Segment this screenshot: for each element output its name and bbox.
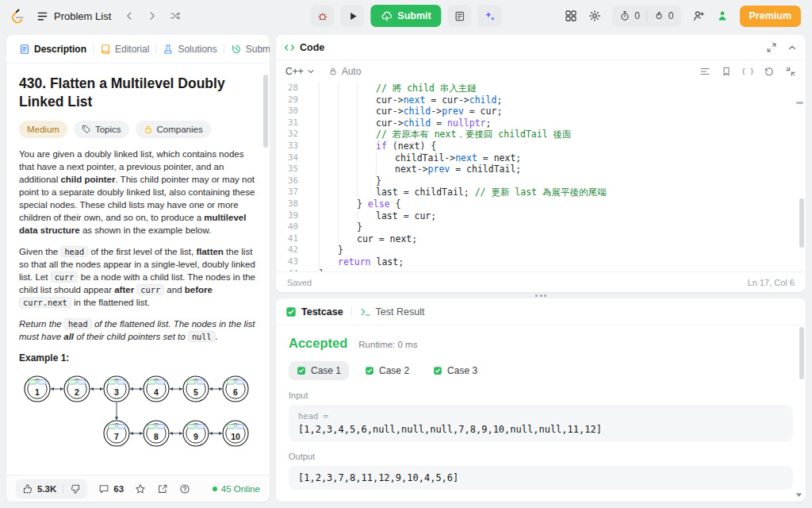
code-tab[interactable]: Code bbox=[284, 42, 324, 53]
settings-button[interactable] bbox=[588, 10, 601, 22]
run-button[interactable] bbox=[340, 5, 364, 27]
dislike-button[interactable] bbox=[70, 483, 81, 495]
topics-label: Topics bbox=[95, 125, 121, 134]
submit-button[interactable]: Submit bbox=[370, 5, 441, 27]
tab-editorial[interactable]: Editorial bbox=[94, 35, 155, 63]
braces-icon[interactable]: { } bbox=[742, 66, 753, 77]
line-number: 43 bbox=[276, 256, 311, 268]
code-line: 40} bbox=[276, 221, 799, 233]
random-problem-button[interactable] bbox=[170, 10, 181, 21]
input-value[interactable]: [1,2,3,4,5,6,null,null,null,7,8,9,10,nul… bbox=[298, 424, 783, 435]
collapse-panel-icon[interactable] bbox=[787, 42, 798, 53]
problem-list-button[interactable]: Problem List bbox=[36, 10, 111, 22]
tab-solutions[interactable]: Solutions bbox=[156, 35, 223, 63]
svg-text:7: 7 bbox=[114, 432, 119, 441]
timer-button[interactable]: 0 bbox=[619, 10, 640, 21]
topics-badge[interactable]: Topics bbox=[74, 121, 129, 138]
overview-ruler-mark bbox=[796, 102, 803, 104]
code-line: 38} else { bbox=[276, 198, 799, 210]
tab-test-result[interactable]: Test Result bbox=[360, 306, 425, 318]
case-1-button[interactable]: Case 1 bbox=[289, 361, 349, 380]
input-box[interactable]: head = [1,2,3,4,5,6,null,null,null,7,8,9… bbox=[289, 405, 793, 441]
case-label: Case 1 bbox=[311, 365, 341, 376]
leetcode-logo[interactable] bbox=[10, 8, 26, 25]
bookmark-icon[interactable] bbox=[721, 66, 732, 77]
streak-button[interactable]: 0 bbox=[653, 10, 674, 21]
companies-badge[interactable]: Companies bbox=[136, 121, 211, 138]
next-problem-button[interactable] bbox=[147, 10, 158, 21]
code-line: 30cur->child->prev = cur; bbox=[276, 106, 799, 117]
profile-button[interactable] bbox=[716, 10, 729, 22]
like-count: 5.3K bbox=[37, 484, 56, 494]
line-number: 42 bbox=[276, 244, 311, 256]
scroll-down-icon[interactable] bbox=[794, 490, 804, 500]
runtime-label: Runtime: 0 ms bbox=[358, 340, 417, 349]
problem-panel: DescriptionEditorialSolutionsSubmissions… bbox=[6, 35, 270, 502]
comment-count: 63 bbox=[113, 484, 124, 494]
user-plus-icon bbox=[692, 10, 705, 22]
ai-assistant-button[interactable] bbox=[478, 5, 502, 27]
editor-toolbar-icons: { } bbox=[699, 66, 796, 77]
leetcode-logo-icon bbox=[10, 8, 26, 25]
left-scrollbar-thumb[interactable] bbox=[263, 75, 268, 148]
comments-button[interactable]: 63 bbox=[98, 483, 124, 495]
star-button[interactable] bbox=[135, 483, 146, 495]
auto-toggle[interactable]: Auto bbox=[328, 66, 362, 77]
line-number: 36 bbox=[276, 175, 311, 187]
star-icon bbox=[135, 483, 146, 495]
comment-icon bbox=[98, 483, 109, 495]
invite-button[interactable] bbox=[692, 10, 705, 22]
input-field-name: head = bbox=[298, 411, 783, 421]
code-header: Code bbox=[276, 35, 806, 60]
help-button[interactable] bbox=[179, 483, 190, 495]
stopwatch-icon bbox=[619, 10, 630, 21]
undo-icon[interactable] bbox=[764, 66, 775, 77]
testcase-body: Accepted Runtime: 0 ms Case 1Case 2Case … bbox=[276, 325, 806, 498]
case-3-button[interactable]: Case 3 bbox=[425, 361, 485, 380]
apps-grid-button[interactable] bbox=[565, 10, 577, 22]
inline-code: curr.next bbox=[19, 297, 71, 308]
tab-submissions[interactable]: Submissions bbox=[224, 35, 270, 63]
panel-resize-handle[interactable] bbox=[530, 292, 552, 298]
language-selector[interactable]: C++ bbox=[285, 66, 316, 77]
debug-button[interactable] bbox=[310, 5, 334, 27]
cloud-upload-icon bbox=[381, 10, 393, 22]
code-editor[interactable]: 28// 將 child 串入主鏈29cur->next = cur->chil… bbox=[276, 83, 799, 271]
premium-button[interactable]: Premium bbox=[740, 6, 802, 27]
terminal-icon bbox=[360, 306, 371, 318]
line-number: 40 bbox=[276, 221, 311, 233]
play-icon bbox=[347, 10, 358, 22]
problem-content[interactable]: 430. Flatten a Multilevel Doubly Linked … bbox=[6, 64, 270, 475]
badge-row: Medium Topics Companies bbox=[19, 121, 257, 138]
user-green-icon bbox=[716, 10, 729, 22]
test-result-tab-label: Test Result bbox=[376, 306, 425, 318]
like-button[interactable]: 5.3K bbox=[22, 483, 56, 495]
grid-icon bbox=[565, 10, 577, 22]
online-dot bbox=[213, 487, 217, 491]
notes-button[interactable] bbox=[448, 5, 472, 27]
case-label: Case 3 bbox=[447, 365, 477, 376]
vote-group: 5.3K bbox=[16, 479, 87, 498]
expand-icon[interactable] bbox=[766, 42, 777, 53]
case-list: Case 1Case 2Case 3 bbox=[289, 361, 793, 380]
tab-testcase[interactable]: Testcase bbox=[285, 306, 343, 318]
timer-count: 0 bbox=[634, 10, 640, 21]
case-2-button[interactable]: Case 2 bbox=[357, 361, 417, 380]
line-number: 34 bbox=[276, 152, 311, 164]
difficulty-badge[interactable]: Medium bbox=[19, 121, 67, 138]
format-icon[interactable] bbox=[699, 66, 710, 77]
minimize-icon[interactable] bbox=[785, 66, 796, 77]
testcase-panel: Testcase Test Result Accepted Runtime: 0… bbox=[276, 298, 806, 502]
testcase-scrollbar-thumb[interactable] bbox=[799, 327, 804, 379]
prev-problem-button[interactable] bbox=[124, 10, 135, 21]
editor-scrollbar-thumb[interactable] bbox=[799, 198, 804, 248]
description-paragraph: Return the head of the flattened list. T… bbox=[19, 318, 257, 343]
description-paragraph: Given the head of the first level of the… bbox=[19, 245, 257, 309]
line-number: 29 bbox=[276, 94, 311, 106]
timer-streak-pill: 0 0 bbox=[612, 6, 680, 27]
svg-text:1: 1 bbox=[35, 387, 40, 397]
sparkles-icon bbox=[484, 10, 496, 22]
share-button[interactable] bbox=[157, 483, 168, 495]
inline-code: curr bbox=[136, 284, 164, 295]
tab-description[interactable]: Description bbox=[13, 35, 93, 63]
